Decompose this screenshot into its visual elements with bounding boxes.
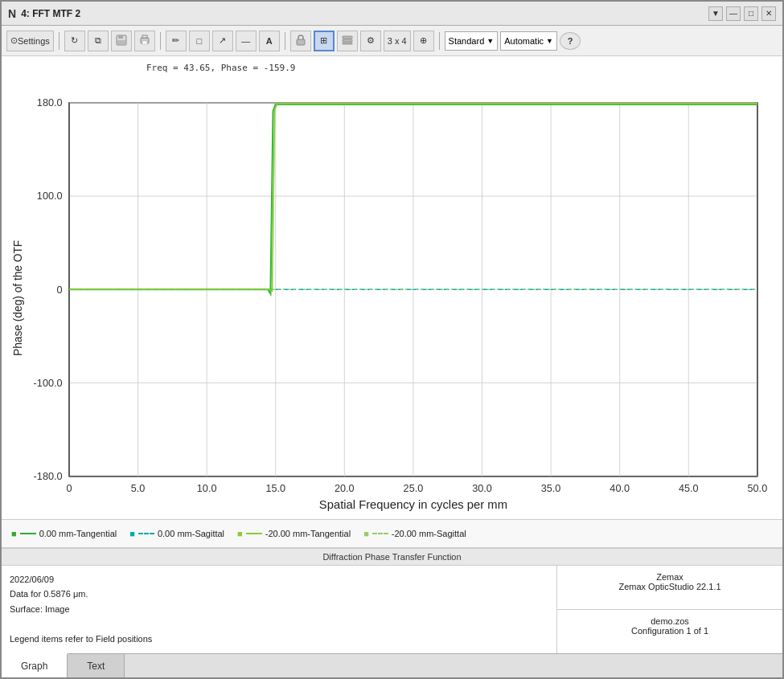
tab-graph[interactable]: Graph <box>2 653 68 677</box>
info-data: Data for 0.5876 μm. <box>10 587 548 602</box>
settings2-button[interactable]: ⚙ <box>360 31 381 51</box>
legend-label-1: 0.00 mm-Tangential <box>39 529 117 538</box>
info-date: 2022/06/09 <box>10 572 548 587</box>
svg-text:20.0: 20.0 <box>335 483 355 494</box>
window-title: 4: FFT MTF 2 <box>21 8 80 19</box>
minimize-button[interactable]: — <box>726 6 741 21</box>
info-surface: Surface: Image <box>10 602 548 617</box>
text-tool-button[interactable]: A <box>259 31 280 51</box>
save-button[interactable] <box>111 31 132 51</box>
legend-line-4 <box>372 533 388 534</box>
lock-icon <box>296 35 306 47</box>
pencil-button[interactable]: ✏ <box>166 31 187 51</box>
arrow-down-button[interactable]: ▼ <box>708 6 723 21</box>
svg-text:0: 0 <box>66 483 72 494</box>
svg-rect-6 <box>297 39 305 45</box>
target-icon: ⊕ <box>420 35 427 46</box>
svg-rect-5 <box>142 41 147 44</box>
copy-icon: ⧉ <box>95 35 101 46</box>
tab-graph-label: Graph <box>21 661 47 672</box>
legend-marker-2: ■ <box>129 529 135 538</box>
sep4 <box>439 32 440 50</box>
grid-view-button[interactable]: ⊞ <box>314 31 335 51</box>
tab-text[interactable]: Text <box>68 654 125 677</box>
print-button[interactable] <box>134 31 155 51</box>
settings-dropdown[interactable]: ⊙ Settings <box>6 31 54 51</box>
info-config: Configuration 1 of 1 <box>565 626 774 636</box>
title-bar-left: N 4: FFT MTF 2 <box>8 7 80 20</box>
legend-area: ■ 0.00 mm-Tangential ■ 0.00 mm-Sagittal … <box>2 519 782 548</box>
graph-tooltip: Freq = 43.65, Phase = -159.9 <box>146 63 295 73</box>
arrow-icon: ↗ <box>219 35 226 46</box>
settings2-icon: ⚙ <box>367 35 375 46</box>
sep1 <box>59 32 60 50</box>
info-header: Diffraction Phase Transfer Function <box>2 549 782 566</box>
automatic-dropdown[interactable]: Automatic ▼ <box>500 31 557 51</box>
target-button[interactable]: ⊕ <box>413 31 434 51</box>
info-right-top: Zemax Zemax OpticStudio 22.1.1 <box>557 566 782 610</box>
main-window: N 4: FFT MTF 2 ▼ — □ ✕ ⊙ Settings ↻ ⧉ <box>0 0 784 679</box>
grid-size-button[interactable]: 3 x 4 <box>384 31 411 51</box>
grid-size-label: 3 x 4 <box>388 36 407 46</box>
text-tool-icon: A <box>266 36 273 46</box>
legend-item-4: ■ -20.00 mm-Sagittal <box>363 529 466 538</box>
svg-text:15.0: 15.0 <box>265 483 285 494</box>
svg-rect-9 <box>343 43 352 44</box>
legend-item-2: ■ 0.00 mm-Sagittal <box>129 529 224 538</box>
legend-label-3: -20.00 mm-Tangential <box>265 529 351 538</box>
help-button[interactable]: ? <box>560 32 581 50</box>
automatic-label: Automatic <box>504 36 544 46</box>
svg-text:40.0: 40.0 <box>610 483 630 494</box>
pencil-icon: ✏ <box>172 35 179 46</box>
svg-text:-100.0: -100.0 <box>34 378 63 389</box>
sep2 <box>160 32 161 50</box>
svg-text:35.0: 35.0 <box>541 483 561 494</box>
svg-text:30.0: 30.0 <box>472 483 492 494</box>
layers-button[interactable] <box>337 31 358 51</box>
legend-item-3: ■ -20.00 mm-Tangential <box>237 529 351 538</box>
svg-text:10.0: 10.0 <box>197 483 217 494</box>
main-chart: Phase (deg) of the OTF <box>10 64 774 515</box>
save-icon <box>116 35 127 47</box>
graph-area: Freq = 43.65, Phase = -159.9 Phase (deg)… <box>2 56 782 519</box>
content-area: Freq = 43.65, Phase = -159.9 Phase (deg)… <box>2 56 782 677</box>
legend-line-3 <box>246 533 262 534</box>
rect-button[interactable]: □ <box>189 31 210 51</box>
line-button[interactable]: — <box>236 31 257 51</box>
print-icon <box>139 35 150 47</box>
standard-dropdown[interactable]: Standard ▼ <box>445 31 499 51</box>
legend-label-4: -20.00 mm-Sagittal <box>392 529 466 538</box>
svg-text:Phase (deg) of the OTF: Phase (deg) of the OTF <box>12 240 24 356</box>
legend-line-2 <box>138 533 154 534</box>
svg-text:5.0: 5.0 <box>131 483 146 494</box>
copy-button[interactable]: ⧉ <box>88 31 109 51</box>
window-icon: N <box>8 7 16 20</box>
svg-text:Spatial Frequency in cycles pe: Spatial Frequency in cycles per mm <box>319 498 507 511</box>
legend-item-1: ■ 0.00 mm-Tangential <box>11 529 117 538</box>
info-body: 2022/06/09 Data for 0.5876 μm. Surface: … <box>2 566 782 653</box>
legend-marker-4: ■ <box>363 529 369 538</box>
help-icon: ? <box>568 36 573 46</box>
maximize-button[interactable]: □ <box>744 6 758 21</box>
refresh-icon: ↻ <box>71 35 78 46</box>
info-software: Zemax OpticStudio 22.1.1 <box>565 582 774 591</box>
info-company: Zemax <box>565 572 774 582</box>
svg-rect-8 <box>343 39 352 42</box>
refresh-button[interactable]: ↻ <box>64 31 85 51</box>
svg-rect-4 <box>142 35 147 38</box>
info-right-bottom: demo.zos Configuration 1 of 1 <box>557 610 782 653</box>
title-bar: N 4: FFT MTF 2 ▼ — □ ✕ <box>2 2 782 26</box>
svg-rect-1 <box>118 35 123 39</box>
arrow-button[interactable]: ↗ <box>212 31 233 51</box>
bottom-tabs: Graph Text <box>2 653 782 677</box>
grid-view-icon: ⊞ <box>320 35 327 46</box>
lock-button[interactable] <box>290 31 311 51</box>
toolbar: ⊙ Settings ↻ ⧉ <box>2 26 782 56</box>
standard-label: Standard <box>449 36 485 46</box>
info-right: Zemax Zemax OpticStudio 22.1.1 demo.zos … <box>557 566 782 653</box>
close-button[interactable]: ✕ <box>761 6 776 21</box>
legend-marker-3: ■ <box>237 529 243 538</box>
svg-rect-7 <box>343 36 352 39</box>
svg-text:-180.0: -180.0 <box>34 471 63 482</box>
title-bar-controls: ▼ — □ ✕ <box>708 6 776 21</box>
